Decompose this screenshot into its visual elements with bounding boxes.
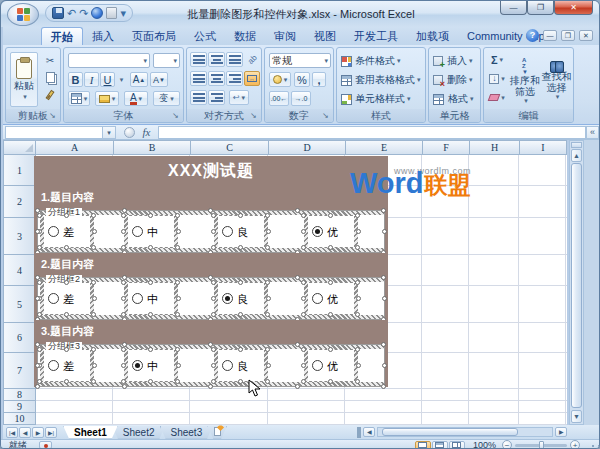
paste-button[interactable]: 粘贴 ▾ [10, 52, 38, 107]
scroll-up-icon[interactable]: ▲ [571, 149, 582, 162]
vertical-scrollbar[interactable]: ▲ ▼ [569, 140, 584, 425]
radio-icon[interactable] [48, 360, 59, 371]
groupbox-question-3[interactable]: 分组框3 差 中 良 优 [37, 344, 385, 387]
horizontal-scrollbar[interactable] [377, 427, 553, 437]
radio-icon[interactable] [48, 226, 59, 237]
radio-icon[interactable] [312, 293, 323, 304]
format-as-table-button[interactable]: 套用表格格式▾ [340, 72, 424, 88]
radio-icon[interactable] [222, 226, 233, 237]
top-align-button[interactable] [190, 52, 207, 67]
tab-insert[interactable]: 插入 [83, 27, 123, 45]
radio-option-q2-zhong[interactable]: 中 [124, 282, 178, 315]
font-size-select[interactable]: ▾ [153, 53, 180, 68]
radio-option-q1-zhong[interactable]: 中 [124, 215, 178, 248]
wrap-text-button[interactable]: ↩▾ [229, 90, 249, 105]
column-header[interactable]: E [346, 140, 423, 155]
column-header[interactable]: F [423, 140, 470, 155]
horizontal-scroll-thumb[interactable] [382, 428, 518, 436]
insert-worksheet-tab[interactable] [207, 426, 227, 439]
zoom-level[interactable]: 100% [473, 440, 496, 449]
middle-align-button[interactable] [208, 52, 225, 67]
workbook-minimize-button[interactable]: — [543, 30, 557, 41]
sheet-tab-sheet3[interactable]: Sheet3 [160, 426, 214, 439]
tab-review[interactable]: 审阅 [265, 27, 305, 45]
tab-formulas[interactable]: 公式 [185, 27, 225, 45]
orientation-button[interactable]: ab [245, 52, 260, 67]
tab-view[interactable]: 视图 [305, 27, 345, 45]
radio-option-q1-you[interactable]: 优 [304, 215, 358, 248]
borders-button[interactable]: ▾ [68, 91, 90, 106]
fill-color-button[interactable]: ▾ [95, 91, 119, 106]
font-color-button[interactable]: A▾ [124, 91, 148, 106]
radio-option-q2-liang[interactable]: 良 [214, 282, 268, 315]
radio-icon[interactable] [48, 293, 59, 304]
radio-icon[interactable] [312, 226, 323, 237]
groupbox-question-1[interactable]: 分组框1 差 中 良 优 [37, 210, 385, 253]
bottom-align-button[interactable] [226, 52, 243, 67]
zoom-in-icon[interactable]: + [570, 440, 580, 449]
radio-option-q2-cha[interactable]: 差 [40, 282, 94, 315]
restore-button[interactable]: ❐ [527, 1, 554, 15]
tab-addins[interactable]: 加载项 [407, 27, 458, 45]
delete-cells-button[interactable]: 删除▾ [432, 72, 479, 88]
vertical-scroll-thumb[interactable] [571, 163, 582, 408]
autosum-button[interactable]: Σ▾ [487, 52, 507, 67]
phonetic-guide-button[interactable]: 变▾ [153, 91, 180, 106]
radio-option-q3-liang[interactable]: 良 [214, 349, 268, 382]
row-header[interactable]: 6 [3, 323, 36, 353]
column-header[interactable]: D [269, 140, 346, 155]
font-name-select[interactable]: ▾ [68, 53, 150, 68]
name-box-dropdown-icon[interactable]: ▾ [103, 126, 116, 139]
tab-page-layout[interactable]: 页面布局 [123, 27, 185, 45]
column-header[interactable]: A [36, 140, 114, 155]
page-layout-view-button[interactable] [432, 441, 448, 449]
radio-icon[interactable] [312, 360, 323, 371]
row-header[interactable]: 3 [3, 218, 36, 255]
prev-sheet-icon[interactable]: ◀ [19, 427, 31, 438]
first-sheet-icon[interactable]: |◀ [6, 427, 18, 438]
percent-style-button[interactable]: % [294, 72, 310, 87]
italic-button[interactable]: I [84, 72, 99, 87]
tab-home[interactable]: 开始 [41, 27, 83, 45]
radio-icon[interactable] [132, 293, 143, 304]
clear-button[interactable]: ▾ [487, 90, 507, 105]
page-break-view-button[interactable] [449, 441, 465, 449]
grow-font-button[interactable]: A▲ [130, 72, 148, 87]
hscroll-left-icon[interactable]: ◀ [363, 427, 375, 437]
sheet-tab-sheet1[interactable]: Sheet1 [63, 426, 118, 439]
select-all-corner[interactable] [3, 140, 36, 155]
row-header[interactable]: 9 [3, 401, 36, 413]
last-sheet-icon[interactable]: ▶| [45, 427, 57, 438]
fx-icon[interactable]: fx [139, 126, 154, 139]
row-header[interactable]: 1 [3, 155, 36, 186]
zoom-slider-thumb[interactable] [539, 441, 544, 449]
fill-button[interactable]: ▾ [487, 71, 507, 86]
increase-indent-button[interactable] [208, 90, 225, 105]
column-header[interactable]: B [114, 140, 191, 155]
underline-button[interactable]: U [100, 72, 115, 87]
row-header[interactable]: 2 [3, 186, 36, 218]
radio-option-q3-cha[interactable]: 差 [40, 349, 94, 382]
insert-cells-button[interactable]: 插入▾ [432, 53, 479, 69]
radio-icon[interactable] [132, 226, 143, 237]
align-center-button[interactable] [208, 71, 225, 86]
cell-styles-button[interactable]: 单元格样式▾ [340, 91, 424, 107]
radio-icon[interactable] [222, 360, 233, 371]
tab-developer[interactable]: 开发工具 [345, 27, 407, 45]
row-header[interactable]: 7 [3, 353, 36, 389]
row-header[interactable]: 4 [3, 255, 36, 286]
tab-data[interactable]: 数据 [225, 27, 265, 45]
shrink-font-button[interactable]: A▼ [150, 72, 168, 87]
number-dialog-launcher-icon[interactable]: ↘ [322, 111, 331, 121]
scroll-down-icon[interactable]: ▼ [571, 410, 582, 423]
row-header[interactable]: 8 [3, 389, 36, 401]
normal-view-button[interactable] [415, 441, 431, 449]
vertical-split-handle[interactable] [571, 142, 582, 148]
macro-record-icon[interactable] [39, 441, 52, 449]
column-header[interactable]: C [191, 140, 269, 155]
radio-option-q1-cha[interactable]: 差 [40, 215, 94, 248]
increase-decimal-button[interactable]: .00← [269, 91, 289, 106]
workbook-close-button[interactable]: ✕ [579, 30, 593, 41]
bold-button[interactable]: B [68, 72, 83, 87]
formula-input[interactable] [158, 126, 586, 139]
